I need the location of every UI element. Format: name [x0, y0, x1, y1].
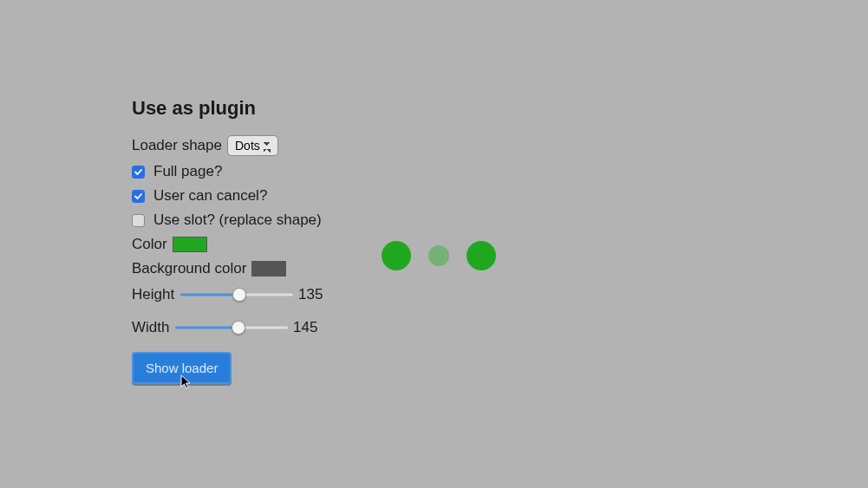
settings-panel: Use as plugin Loader shape Dots Full pag…	[132, 97, 357, 384]
shape-select[interactable]: Dots	[227, 135, 278, 156]
slot-row: Use slot? (replace shape)	[132, 211, 357, 229]
loader-dot-3	[467, 241, 496, 270]
fullpage-checkbox[interactable]	[132, 166, 145, 179]
width-slider[interactable]	[175, 321, 288, 335]
width-label: Width	[132, 319, 170, 336]
panel-title: Use as plugin	[132, 97, 357, 120]
show-loader-button[interactable]: Show loader	[132, 352, 232, 384]
cancel-checkbox[interactable]	[132, 190, 145, 203]
height-value: 135	[298, 286, 324, 303]
slot-checkbox[interactable]	[132, 214, 145, 227]
bg-row: Background color	[132, 260, 357, 277]
color-label: Color	[132, 236, 167, 253]
width-row: Width 145	[132, 319, 357, 336]
color-row: Color	[132, 236, 357, 253]
cancel-row: User can cancel?	[132, 187, 357, 205]
fullpage-row: Full page?	[132, 163, 357, 180]
shape-row: Loader shape Dots	[132, 135, 357, 156]
height-label: Height	[132, 286, 175, 303]
loader-dot-2	[428, 245, 449, 266]
bg-swatch[interactable]	[251, 261, 286, 277]
height-slider[interactable]	[180, 288, 293, 302]
bg-label: Background color	[132, 260, 246, 277]
fullpage-label: Full page?	[153, 163, 222, 180]
slot-label: Use slot? (replace shape)	[153, 211, 322, 229]
color-swatch[interactable]	[173, 237, 207, 252]
width-value: 145	[293, 319, 319, 336]
height-row: Height 135	[132, 286, 357, 303]
loader-dot-1	[382, 241, 411, 270]
shape-label: Loader shape	[132, 137, 222, 154]
loader-preview	[382, 241, 496, 270]
cancel-label: User can cancel?	[153, 187, 267, 205]
